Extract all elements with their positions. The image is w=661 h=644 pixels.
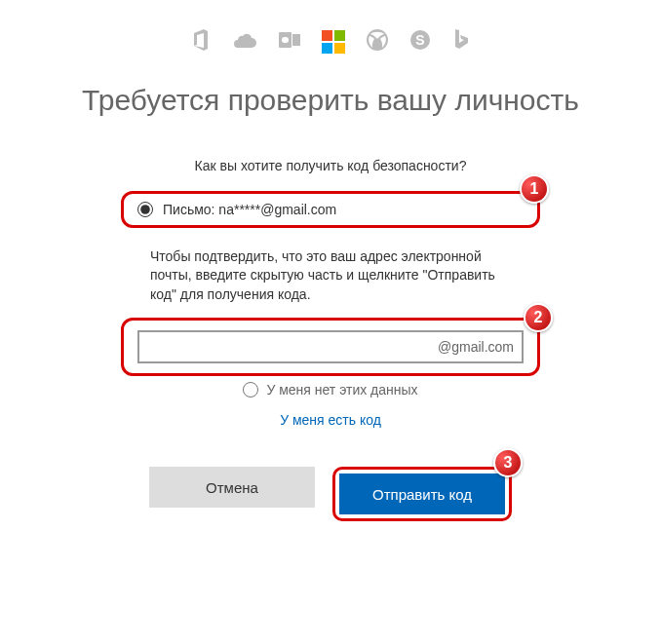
cancel-button[interactable]: Отмена	[149, 467, 315, 508]
bing-icon	[452, 29, 470, 55]
step-badge-3: 3	[493, 448, 523, 477]
email-hidden-part-input[interactable]	[137, 330, 524, 363]
microsoft-logo-icon	[322, 30, 345, 54]
no-data-label: У меня нет этих данных	[266, 382, 417, 398]
email-input-callout: 2	[121, 318, 540, 376]
step-badge-2: 2	[524, 303, 553, 332]
step-badge-1: 1	[520, 174, 549, 204]
instructions-text: Чтобы подтвердить, что это ваш адрес эле…	[150, 247, 511, 305]
send-code-button[interactable]: Отправить код	[339, 474, 505, 514]
email-radio-option[interactable]: Письмо: na*****@gmail.com	[137, 202, 524, 217]
button-row: Отмена 3 Отправить код	[58, 467, 603, 521]
email-radio[interactable]	[137, 202, 153, 217]
no-data-option[interactable]: У меня нет этих данных	[58, 382, 603, 398]
have-code-link[interactable]: У меня есть код	[280, 412, 381, 428]
outlook-icon	[279, 30, 300, 54]
onedrive-icon	[232, 31, 257, 53]
xbox-icon	[367, 29, 388, 55]
svg-text:S: S	[415, 32, 424, 48]
brand-icon-row: S	[58, 29, 603, 55]
no-data-radio[interactable]	[243, 382, 258, 398]
email-radio-label: Письмо: na*****@gmail.com	[163, 202, 336, 217]
office-icon	[191, 29, 211, 55]
svg-rect-1	[282, 37, 289, 43]
email-option-callout: 1 Письмо: na*****@gmail.com	[121, 191, 540, 228]
prompt-text: Как вы хотите получить код безопасности?	[58, 158, 603, 173]
send-button-callout: 3 Отправить код	[332, 467, 512, 521]
skype-icon: S	[409, 29, 431, 55]
page-title: Требуется проверить вашу личность	[58, 82, 603, 119]
